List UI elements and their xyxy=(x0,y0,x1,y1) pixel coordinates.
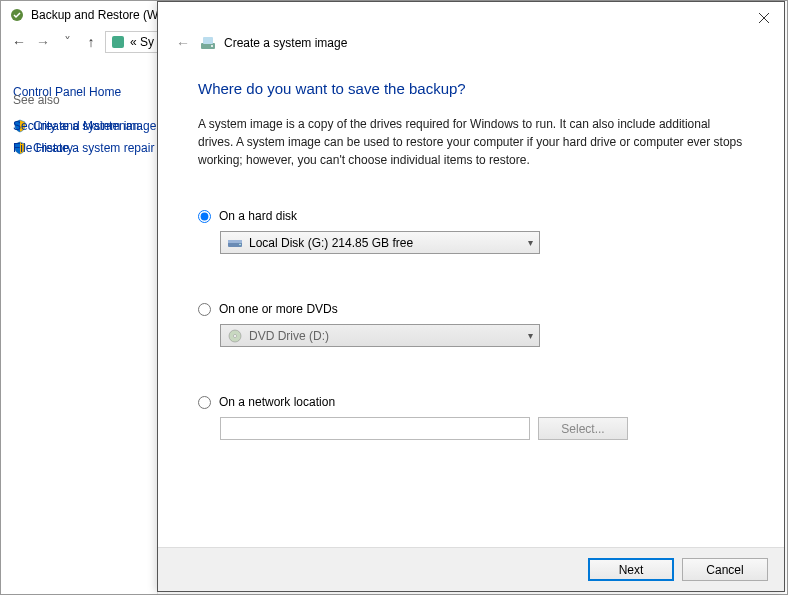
breadcrumb[interactable]: « Sy xyxy=(105,31,165,53)
dialog-footer: Next Cancel xyxy=(158,547,784,591)
cp-title: Backup and Restore (Wi xyxy=(31,8,161,22)
dialog-header: ← Create a system image xyxy=(158,34,784,60)
select-network-button: Select... xyxy=(538,417,628,440)
radio-hard-disk[interactable] xyxy=(198,210,211,223)
cp-sidebar: Control Panel Home Create a system image… xyxy=(1,61,181,179)
option-network: On a network location Select... xyxy=(198,395,744,440)
dialog-body: Where do you want to save the backup? A … xyxy=(158,60,784,470)
radio-network-label: On a network location xyxy=(219,395,335,409)
dvd-combo: DVD Drive (D:) ▾ xyxy=(220,324,540,347)
nav-forward-icon: → xyxy=(33,32,53,52)
network-location-input[interactable] xyxy=(220,417,530,440)
radio-network-row[interactable]: On a network location xyxy=(198,395,744,409)
security-maintenance-label: Security and Maintenan xyxy=(13,119,139,133)
breadcrumb-icon xyxy=(110,34,126,50)
create-system-image-dialog: ← Create a system image Where do you wan… xyxy=(157,1,785,592)
security-maintenance-link[interactable]: Security and Maintenan xyxy=(13,115,139,137)
nav-dropdown-icon[interactable]: ˅ xyxy=(57,32,77,52)
next-button[interactable]: Next xyxy=(588,558,674,581)
disk-icon xyxy=(227,236,243,250)
radio-dvd[interactable] xyxy=(198,303,211,316)
cp-sidebar-bottom: See also Security and Maintenan File His… xyxy=(13,93,139,159)
dialog-header-title: Create a system image xyxy=(224,36,347,50)
svg-rect-5 xyxy=(203,37,213,44)
system-image-icon xyxy=(200,36,216,50)
see-also-heading: See also xyxy=(13,93,139,107)
radio-dvd-label: On one or more DVDs xyxy=(219,302,338,316)
svg-point-9 xyxy=(239,243,241,245)
svg-rect-1 xyxy=(112,36,124,48)
dvd-value: DVD Drive (D:) xyxy=(249,329,329,343)
cancel-button[interactable]: Cancel xyxy=(682,558,768,581)
radio-hard-disk-row[interactable]: On a hard disk xyxy=(198,209,744,223)
chevron-down-icon: ▾ xyxy=(528,330,533,341)
close-button[interactable] xyxy=(754,8,774,28)
backup-restore-icon xyxy=(9,7,25,23)
radio-network[interactable] xyxy=(198,396,211,409)
option-hard-disk: On a hard disk Local Disk (G:) 214.85 GB… xyxy=(198,209,744,254)
svg-point-6 xyxy=(211,45,213,47)
hard-disk-value: Local Disk (G:) 214.85 GB free xyxy=(249,236,413,250)
dvd-icon xyxy=(227,329,243,343)
radio-hard-disk-label: On a hard disk xyxy=(219,209,297,223)
radio-dvd-row[interactable]: On one or more DVDs xyxy=(198,302,744,316)
svg-rect-8 xyxy=(228,240,242,243)
svg-point-11 xyxy=(234,334,237,337)
dialog-description: A system image is a copy of the drives r… xyxy=(198,115,744,169)
file-history-link[interactable]: File History xyxy=(13,137,139,159)
dialog-heading: Where do you want to save the backup? xyxy=(198,80,744,97)
nav-up-icon[interactable]: ↑ xyxy=(81,32,101,52)
nav-back-icon[interactable]: ← xyxy=(9,32,29,52)
hard-disk-combo[interactable]: Local Disk (G:) 214.85 GB free ▾ xyxy=(220,231,540,254)
option-dvd: On one or more DVDs DVD Drive (D:) ▾ xyxy=(198,302,744,347)
dialog-back-icon[interactable]: ← xyxy=(174,34,192,52)
chevron-down-icon: ▾ xyxy=(528,237,533,248)
file-history-label: File History xyxy=(13,141,73,155)
breadcrumb-text: « Sy xyxy=(130,35,154,49)
dialog-titlebar xyxy=(158,2,784,34)
